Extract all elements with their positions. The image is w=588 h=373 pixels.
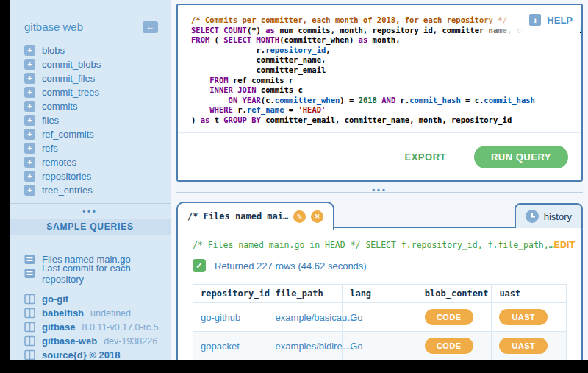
code-line: r.repository_id,: [191, 46, 577, 56]
success-check-icon: ✓: [193, 259, 206, 272]
run-query-button[interactable]: RUN QUERY: [474, 146, 568, 168]
main-area: /* Commits per committer, each month of …: [171, 0, 588, 373]
table-name: tree_entries: [42, 185, 93, 196]
table-name: remotes: [42, 157, 76, 168]
sidebar-item-repositories[interactable]: +repositories: [10, 169, 171, 183]
code-button[interactable]: CODE: [425, 338, 473, 354]
expand-plus-icon[interactable]: +: [24, 73, 35, 84]
sample-query-label: Last commit for each repository: [42, 263, 171, 285]
book-icon: [24, 349, 35, 360]
table-row: go-githubexample/basicau…GoCODEUAST: [193, 303, 567, 332]
expand-plus-icon[interactable]: +: [24, 115, 35, 126]
info-item: babelfishundefined: [10, 306, 171, 320]
table-name: commit_blobs: [42, 59, 101, 70]
expand-plus-icon[interactable]: +: [24, 143, 35, 154]
table-name: blobs: [42, 45, 65, 56]
expand-plus-icon[interactable]: +: [24, 45, 35, 56]
code-button[interactable]: CODE: [425, 309, 473, 325]
expand-plus-icon[interactable]: +: [24, 157, 35, 168]
info-name: go-git: [42, 294, 68, 305]
expand-plus-icon[interactable]: +: [24, 101, 35, 112]
drag-handle-dots-icon: •••: [82, 207, 98, 215]
clipboard-icon: [24, 268, 35, 279]
sidebar: gitbase web ← +blobs+commit_blobs+commit…: [10, 0, 171, 360]
sidebar-item-files[interactable]: +files: [10, 113, 171, 127]
table-name: files: [42, 115, 59, 126]
export-button[interactable]: EXPORT: [405, 152, 446, 163]
info-name: gitbase: [42, 322, 76, 333]
column-header-file_path: file_path: [268, 285, 343, 303]
info-item: go-git: [10, 292, 171, 306]
results-tabs: /* Files named mai… ✎ ✕ history: [176, 200, 583, 228]
help-label: HELP: [547, 15, 573, 26]
tab-title: /* Files named mai…: [187, 211, 288, 221]
info-value: 8.0.11-v0.17.0-rc.5: [82, 322, 159, 333]
code-line: INNER JOIN commits c: [191, 85, 577, 96]
table-name: commit_files: [42, 73, 95, 84]
sidebar-item-ref_commits[interactable]: +ref_commits: [10, 127, 171, 141]
info-name: source{d} © 2018: [42, 349, 120, 360]
sidebar-splitter[interactable]: •••: [10, 203, 171, 217]
tables-list: +blobs+commit_blobs+commit_files+commit_…: [10, 43, 171, 197]
help-button[interactable]: i HELP: [529, 14, 573, 26]
results-table: repository_idfile_pathlangblob_contentua…: [193, 284, 567, 360]
screenshot-left-edge: [0, 0, 10, 373]
expand-plus-icon[interactable]: +: [24, 185, 35, 196]
expand-plus-icon[interactable]: +: [24, 59, 35, 70]
code-line: WHERE r.ref_name = 'HEAD': [191, 105, 577, 116]
sidebar-item-commit_blobs[interactable]: +commit_blobs: [10, 57, 171, 71]
tab-history[interactable]: history: [514, 203, 583, 228]
clipboard-icon: [24, 254, 35, 265]
drag-handle-dots-icon: •••: [372, 185, 387, 195]
table-name: ref_commits: [42, 129, 94, 140]
sidebar-item-remotes[interactable]: +remotes: [10, 155, 171, 169]
column-header-blob_content: blob_content: [417, 285, 492, 303]
sidebar-item-tree_entries[interactable]: +tree_entries: [10, 183, 171, 197]
screenshot-bottom-edge: [0, 360, 588, 373]
expand-plus-icon[interactable]: +: [24, 171, 35, 182]
table-name: refs: [42, 143, 58, 154]
editor-footer: EXPORT RUN QUERY: [178, 132, 581, 180]
sidebar-item-commit_trees[interactable]: +commit_trees: [10, 85, 171, 99]
sidebar-item-commit_files[interactable]: +commit_files: [10, 71, 171, 85]
uast-button[interactable]: UAST: [499, 338, 548, 354]
status-text: Returned 227 rows (44.62 seconds): [215, 260, 367, 271]
clock-icon: [526, 210, 539, 223]
sample-queries-header: SAMPLE QUERIES: [10, 219, 171, 235]
info-value: dev-1938226: [104, 336, 157, 347]
book-icon: [24, 294, 35, 305]
close-icon[interactable]: ✕: [311, 210, 323, 223]
table-name: commits: [42, 101, 77, 112]
sidebar-item-refs[interactable]: +refs: [10, 141, 171, 155]
sidebar-item-blobs[interactable]: +blobs: [10, 43, 171, 57]
code-line: committer_name,: [191, 55, 577, 65]
version-info-list: go-gitbabelfishundefinedgitbase8.0.11-v0…: [10, 292, 171, 362]
collapse-sidebar-arrow-left-icon[interactable]: ←: [143, 21, 158, 33]
sidebar-item-commits[interactable]: +commits: [10, 99, 171, 113]
code-line: committer_email: [191, 65, 577, 76]
query-summary: /* Files named main.go in HEAD */ SELECT…: [193, 240, 554, 250]
code-line: ON YEAR(c.committer_when) = 2018 AND r.c…: [191, 96, 577, 106]
app-title: gitbase web: [24, 21, 83, 33]
sample-query-item[interactable]: Last commit for each repository: [10, 266, 171, 280]
info-value: undefined: [90, 308, 131, 319]
table-name: repositories: [42, 171, 91, 182]
info-name: gitbase-web: [42, 335, 97, 347]
tab-query-result[interactable]: /* Files named mai… ✎ ✕: [176, 202, 334, 230]
panel-splitter[interactable]: •••: [176, 182, 583, 193]
expand-plus-icon[interactable]: +: [24, 129, 35, 140]
column-header-repository_id: repository_id: [193, 285, 268, 303]
sql-editor[interactable]: /* Commits per committer, each month of …: [178, 5, 581, 131]
table-row: gopacketexamples/bidire…GoCODEUAST: [193, 332, 567, 360]
edit-button[interactable]: EDIT: [554, 240, 575, 250]
expand-plus-icon[interactable]: +: [24, 87, 35, 98]
code-line: FROM ref_commits r: [191, 76, 577, 86]
edit-pencil-icon[interactable]: ✎: [293, 210, 306, 223]
table-name: commit_trees: [42, 87, 99, 98]
info-icon: i: [529, 14, 541, 26]
sql-editor-panel: /* Commits per committer, each month of …: [176, 4, 583, 182]
book-icon: [24, 322, 35, 333]
uast-button[interactable]: UAST: [499, 309, 548, 325]
results-panel: /* Files named main.go in HEAD */ SELECT…: [176, 227, 583, 373]
book-icon: [24, 335, 35, 347]
